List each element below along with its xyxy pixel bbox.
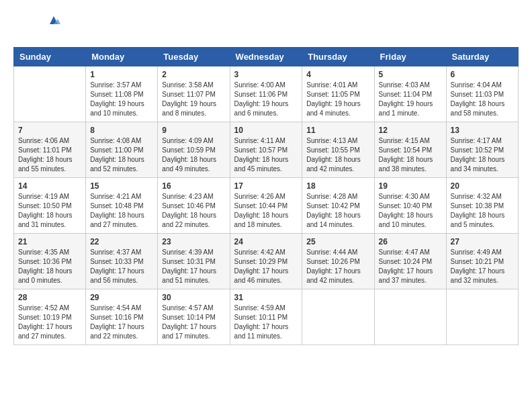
weekday-header-thursday: Thursday bbox=[302, 48, 374, 66]
calendar-cell: 30Sunrise: 4:57 AMSunset: 10:14 PMDaylig… bbox=[158, 289, 230, 345]
calendar-week-row: 21Sunrise: 4:35 AMSunset: 10:36 PMDaylig… bbox=[14, 234, 519, 289]
weekday-header-monday: Monday bbox=[86, 48, 158, 66]
weekday-header-sunday: Sunday bbox=[14, 48, 86, 66]
day-number: 11 bbox=[306, 126, 369, 135]
day-info: Sunrise: 4:35 AMSunset: 10:36 PMDaylight… bbox=[18, 248, 81, 285]
day-info: Sunrise: 4:57 AMSunset: 10:14 PMDaylight… bbox=[162, 304, 225, 341]
day-number: 1 bbox=[90, 70, 153, 79]
weekday-header-tuesday: Tuesday bbox=[158, 48, 230, 66]
day-info: Sunrise: 4:28 AMSunset: 10:42 PMDaylight… bbox=[306, 192, 369, 230]
day-info: Sunrise: 4:19 AMSunset: 10:50 PMDaylight… bbox=[18, 192, 81, 230]
day-number: 4 bbox=[306, 70, 369, 79]
day-info: Sunrise: 4:37 AMSunset: 10:33 PMDaylight… bbox=[90, 248, 153, 285]
day-number: 10 bbox=[234, 126, 298, 135]
day-number: 18 bbox=[306, 181, 369, 191]
calendar-week-row: 28Sunrise: 4:52 AMSunset: 10:19 PMDaylig… bbox=[14, 289, 519, 345]
day-info: Sunrise: 3:57 AMSunset: 11:08 PMDaylight… bbox=[90, 81, 153, 118]
day-number: 28 bbox=[18, 293, 81, 302]
calendar-cell: 10Sunrise: 4:11 AMSunset: 10:57 PMDaylig… bbox=[230, 122, 302, 178]
day-number: 24 bbox=[234, 237, 298, 246]
day-info: Sunrise: 4:52 AMSunset: 10:19 PMDaylight… bbox=[18, 304, 81, 341]
day-number: 14 bbox=[18, 181, 81, 191]
calendar-cell: 5Sunrise: 4:03 AMSunset: 11:04 PMDayligh… bbox=[374, 66, 446, 122]
calendar-cell: 15Sunrise: 4:21 AMSunset: 10:48 PMDaylig… bbox=[86, 178, 158, 234]
day-info: Sunrise: 4:13 AMSunset: 10:55 PMDaylight… bbox=[306, 136, 369, 174]
calendar-cell: 6Sunrise: 4:04 AMSunset: 11:03 PMDayligh… bbox=[446, 66, 518, 122]
day-number: 6 bbox=[451, 70, 514, 79]
day-number: 26 bbox=[379, 237, 442, 246]
calendar-cell: 8Sunrise: 4:08 AMSunset: 11:00 PMDayligh… bbox=[86, 122, 158, 178]
day-number: 16 bbox=[162, 181, 225, 191]
day-number: 17 bbox=[234, 181, 298, 191]
day-number: 27 bbox=[451, 237, 514, 246]
calendar-cell bbox=[302, 289, 374, 345]
calendar-table: SundayMondayTuesdayWednesdayThursdayFrid… bbox=[13, 47, 519, 345]
day-info: Sunrise: 4:49 AMSunset: 10:21 PMDaylight… bbox=[451, 248, 514, 285]
day-info: Sunrise: 4:06 AMSunset: 11:01 PMDaylight… bbox=[18, 136, 81, 174]
day-info: Sunrise: 4:39 AMSunset: 10:31 PMDaylight… bbox=[162, 248, 225, 285]
day-number: 23 bbox=[162, 237, 225, 246]
day-number: 19 bbox=[379, 181, 442, 191]
calendar-cell: 29Sunrise: 4:54 AMSunset: 10:16 PMDaylig… bbox=[86, 289, 158, 345]
day-info: Sunrise: 4:09 AMSunset: 10:59 PMDaylight… bbox=[162, 136, 225, 174]
day-info: Sunrise: 4:21 AMSunset: 10:48 PMDaylight… bbox=[90, 192, 153, 230]
day-number: 2 bbox=[162, 70, 225, 79]
day-number: 15 bbox=[90, 181, 153, 191]
day-info: Sunrise: 4:47 AMSunset: 10:24 PMDaylight… bbox=[379, 248, 442, 285]
day-info: Sunrise: 4:04 AMSunset: 11:03 PMDaylight… bbox=[451, 81, 514, 118]
day-info: Sunrise: 4:00 AMSunset: 11:06 PMDaylight… bbox=[234, 81, 298, 118]
calendar-cell bbox=[14, 66, 86, 122]
page-header bbox=[13, 13, 519, 40]
day-number: 12 bbox=[379, 126, 442, 135]
calendar-cell: 1Sunrise: 3:57 AMSunset: 11:08 PMDayligh… bbox=[86, 66, 158, 122]
calendar-week-row: 7Sunrise: 4:06 AMSunset: 11:01 PMDayligh… bbox=[14, 122, 519, 178]
day-info: Sunrise: 4:54 AMSunset: 10:16 PMDaylight… bbox=[90, 304, 153, 341]
calendar-cell: 4Sunrise: 4:01 AMSunset: 11:05 PMDayligh… bbox=[302, 66, 374, 122]
calendar-cell: 27Sunrise: 4:49 AMSunset: 10:21 PMDaylig… bbox=[446, 234, 518, 289]
day-number: 20 bbox=[451, 181, 514, 191]
calendar-cell: 19Sunrise: 4:30 AMSunset: 10:40 PMDaylig… bbox=[374, 178, 446, 234]
calendar-cell: 23Sunrise: 4:39 AMSunset: 10:31 PMDaylig… bbox=[158, 234, 230, 289]
day-info: Sunrise: 4:01 AMSunset: 11:05 PMDaylight… bbox=[306, 81, 369, 118]
calendar-cell: 17Sunrise: 4:26 AMSunset: 10:44 PMDaylig… bbox=[230, 178, 302, 234]
weekday-header-saturday: Saturday bbox=[446, 48, 518, 66]
calendar-cell bbox=[374, 289, 446, 345]
day-info: Sunrise: 4:30 AMSunset: 10:40 PMDaylight… bbox=[379, 192, 442, 230]
calendar-cell: 3Sunrise: 4:00 AMSunset: 11:06 PMDayligh… bbox=[230, 66, 302, 122]
calendar-cell bbox=[446, 289, 518, 345]
day-number: 22 bbox=[90, 237, 153, 246]
calendar-cell: 25Sunrise: 4:44 AMSunset: 10:26 PMDaylig… bbox=[302, 234, 374, 289]
calendar-cell: 24Sunrise: 4:42 AMSunset: 10:29 PMDaylig… bbox=[230, 234, 302, 289]
day-number: 13 bbox=[451, 126, 514, 135]
day-info: Sunrise: 4:08 AMSunset: 11:00 PMDaylight… bbox=[90, 136, 153, 174]
calendar-cell: 7Sunrise: 4:06 AMSunset: 11:01 PMDayligh… bbox=[14, 122, 86, 178]
logo bbox=[13, 13, 48, 40]
calendar-cell: 14Sunrise: 4:19 AMSunset: 10:50 PMDaylig… bbox=[14, 178, 86, 234]
day-number: 25 bbox=[306, 237, 369, 246]
calendar-week-row: 1Sunrise: 3:57 AMSunset: 11:08 PMDayligh… bbox=[14, 66, 519, 122]
calendar-cell: 26Sunrise: 4:47 AMSunset: 10:24 PMDaylig… bbox=[374, 234, 446, 289]
calendar-cell: 31Sunrise: 4:59 AMSunset: 10:11 PMDaylig… bbox=[230, 289, 302, 345]
calendar-cell: 18Sunrise: 4:28 AMSunset: 10:42 PMDaylig… bbox=[302, 178, 374, 234]
calendar-week-row: 14Sunrise: 4:19 AMSunset: 10:50 PMDaylig… bbox=[14, 178, 519, 234]
day-number: 31 bbox=[234, 293, 298, 302]
day-number: 5 bbox=[379, 70, 442, 79]
day-info: Sunrise: 4:17 AMSunset: 10:52 PMDaylight… bbox=[451, 136, 514, 174]
calendar-cell: 16Sunrise: 4:23 AMSunset: 10:46 PMDaylig… bbox=[158, 178, 230, 234]
day-info: Sunrise: 4:23 AMSunset: 10:46 PMDaylight… bbox=[162, 192, 225, 230]
day-number: 7 bbox=[18, 126, 81, 135]
calendar-cell: 9Sunrise: 4:09 AMSunset: 10:59 PMDayligh… bbox=[158, 122, 230, 178]
weekday-header-wednesday: Wednesday bbox=[230, 48, 302, 66]
calendar-cell: 20Sunrise: 4:32 AMSunset: 10:38 PMDaylig… bbox=[446, 178, 518, 234]
day-info: Sunrise: 4:11 AMSunset: 10:57 PMDaylight… bbox=[234, 136, 298, 174]
calendar-cell: 2Sunrise: 3:58 AMSunset: 11:07 PMDayligh… bbox=[158, 66, 230, 122]
calendar-cell: 12Sunrise: 4:15 AMSunset: 10:54 PMDaylig… bbox=[374, 122, 446, 178]
day-info: Sunrise: 4:42 AMSunset: 10:29 PMDaylight… bbox=[234, 248, 298, 285]
day-info: Sunrise: 3:58 AMSunset: 11:07 PMDaylight… bbox=[162, 81, 225, 118]
day-info: Sunrise: 4:03 AMSunset: 11:04 PMDaylight… bbox=[379, 81, 442, 118]
day-info: Sunrise: 4:44 AMSunset: 10:26 PMDaylight… bbox=[306, 248, 369, 285]
day-info: Sunrise: 4:15 AMSunset: 10:54 PMDaylight… bbox=[379, 136, 442, 174]
logo-icon bbox=[47, 15, 60, 28]
day-info: Sunrise: 4:26 AMSunset: 10:44 PMDaylight… bbox=[234, 192, 298, 230]
calendar-cell: 13Sunrise: 4:17 AMSunset: 10:52 PMDaylig… bbox=[446, 122, 518, 178]
